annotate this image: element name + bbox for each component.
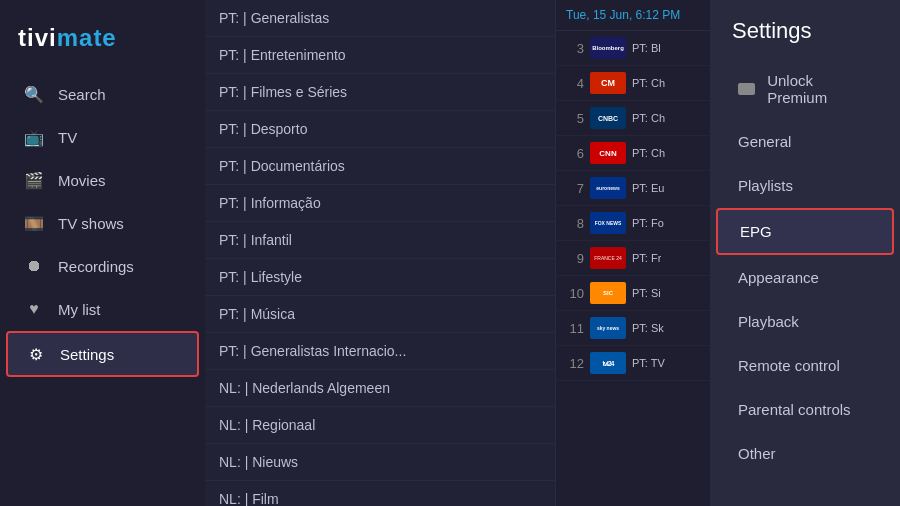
channel-name: PT: Ch: [632, 112, 665, 124]
settings-label-unlock-premium: Unlock Premium: [767, 72, 872, 106]
channel-row[interactable]: 5 CNBC PT: Ch: [556, 101, 710, 136]
channel-row[interactable]: 11 sky news PT: Sk: [556, 311, 710, 346]
sidebar-item-mylist[interactable]: ♥ My list: [6, 288, 199, 330]
settings-item-unlock-premium[interactable]: Unlock Premium: [716, 59, 894, 119]
group-item[interactable]: NL: | Film: [205, 481, 555, 506]
tv-icon: 📺: [24, 127, 44, 147]
sidebar-label-movies: Movies: [58, 172, 106, 189]
channel-name: PT: Fr: [632, 252, 661, 264]
channel-number: 10: [564, 286, 584, 301]
channel-number: 6: [564, 146, 584, 161]
channel-row[interactable]: 8 FOX NEWS PT: Fo: [556, 206, 710, 241]
logo-tivi: tivi: [18, 24, 57, 51]
channel-number: 8: [564, 216, 584, 231]
group-item[interactable]: PT: | Entretenimento: [205, 37, 555, 74]
group-item[interactable]: NL: | Nieuws: [205, 444, 555, 481]
settings-label-general: General: [738, 133, 791, 150]
movies-icon: 🎬: [24, 170, 44, 190]
sidebar-item-movies[interactable]: 🎬 Movies: [6, 159, 199, 201]
channel-logo: CM: [590, 72, 626, 94]
settings-item-parental-controls[interactable]: Parental controls: [716, 388, 894, 431]
group-item[interactable]: PT: | Generalistas Internacio...: [205, 333, 555, 370]
sidebar-item-settings[interactable]: ⚙ Settings: [6, 331, 199, 377]
sidebar-item-tv[interactable]: 📺 TV: [6, 116, 199, 158]
app-logo: tivimate: [0, 10, 205, 72]
channel-number: 7: [564, 181, 584, 196]
group-item[interactable]: PT: | Documentários: [205, 148, 555, 185]
logo-mate: mate: [57, 24, 117, 51]
settings-item-other[interactable]: Other: [716, 432, 894, 475]
channel-time-header: Tue, 15 Jun, 6:12 PM: [556, 0, 710, 31]
settings-label-parental-controls: Parental controls: [738, 401, 851, 418]
settings-label-other: Other: [738, 445, 776, 462]
group-item[interactable]: PT: | Desporto: [205, 111, 555, 148]
channel-name: PT: Sk: [632, 322, 664, 334]
search-icon: 🔍: [24, 84, 44, 104]
channel-logo: FRANCE 24: [590, 247, 626, 269]
channel-row[interactable]: 6 CNN PT: Ch: [556, 136, 710, 171]
channel-name: PT: Ch: [632, 147, 665, 159]
channel-name: PT: Bl: [632, 42, 661, 54]
channel-groups-list: PT: | GeneralistasPT: | EntretenimentoPT…: [205, 0, 555, 506]
settings-item-playlists[interactable]: Playlists: [716, 164, 894, 207]
channel-logo: CNBC: [590, 107, 626, 129]
channel-number: 3: [564, 41, 584, 56]
group-item[interactable]: PT: | Informação: [205, 185, 555, 222]
channel-number: 9: [564, 251, 584, 266]
group-item[interactable]: NL: | Nederlands Algemeen: [205, 370, 555, 407]
channel-logo: FOX NEWS: [590, 212, 626, 234]
channel-name: PT: Si: [632, 287, 661, 299]
channel-name: PT: Fo: [632, 217, 664, 229]
channel-logo: tvi24: [590, 352, 626, 374]
group-item[interactable]: PT: | Lifestyle: [205, 259, 555, 296]
group-item[interactable]: PT: | Música: [205, 296, 555, 333]
settings-item-remote-control[interactable]: Remote control: [716, 344, 894, 387]
channel-row[interactable]: 7 euronews PT: Eu: [556, 171, 710, 206]
channel-row[interactable]: 10 SIC PT: Si: [556, 276, 710, 311]
channel-number: 11: [564, 321, 584, 336]
settings-label-epg: EPG: [740, 223, 772, 240]
channel-row[interactable]: 3 Bloomberg PT: Bl: [556, 31, 710, 66]
sidebar-item-recordings[interactable]: ⏺ Recordings: [6, 245, 199, 287]
settings-item-appearance[interactable]: Appearance: [716, 256, 894, 299]
channel-number: 4: [564, 76, 584, 91]
sidebar-label-mylist: My list: [58, 301, 101, 318]
channel-number: 5: [564, 111, 584, 126]
sidebar-label-search: Search: [58, 86, 106, 103]
group-item[interactable]: PT: | Filmes e Séries: [205, 74, 555, 111]
channel-rows: 3 Bloomberg PT: Bl 4 CM PT: Ch 5 CNBC PT…: [556, 31, 710, 381]
settings-item-general[interactable]: General: [716, 120, 894, 163]
tvshows-icon: 🎞️: [24, 213, 44, 233]
channel-number: 12: [564, 356, 584, 371]
settings-item-playback[interactable]: Playback: [716, 300, 894, 343]
settings-icon: ⚙: [26, 344, 46, 364]
channel-row[interactable]: 9 FRANCE 24 PT: Fr: [556, 241, 710, 276]
settings-label-playlists: Playlists: [738, 177, 793, 194]
group-item[interactable]: PT: | Generalistas: [205, 0, 555, 37]
sidebar-item-search[interactable]: 🔍 Search: [6, 73, 199, 115]
settings-label-remote-control: Remote control: [738, 357, 840, 374]
channel-name: PT: Ch: [632, 77, 665, 89]
key-icon: [738, 83, 755, 95]
group-item[interactable]: PT: | Infantil: [205, 222, 555, 259]
channel-row[interactable]: 4 CM PT: Ch: [556, 66, 710, 101]
channel-name: PT: TV: [632, 357, 665, 369]
settings-item-epg[interactable]: EPG: [716, 208, 894, 255]
channel-logo: sky news: [590, 317, 626, 339]
mylist-icon: ♥: [24, 299, 44, 319]
group-item[interactable]: NL: | Regionaal: [205, 407, 555, 444]
sidebar-item-tvshows[interactable]: 🎞️ TV shows: [6, 202, 199, 244]
settings-title: Settings: [710, 0, 900, 58]
channel-logo: SIC: [590, 282, 626, 304]
channel-row[interactable]: 12 tvi24 PT: TV: [556, 346, 710, 381]
channels-main: Tue, 15 Jun, 6:12 PM 3 Bloomberg PT: Bl …: [555, 0, 710, 506]
recordings-icon: ⏺: [24, 256, 44, 276]
settings-label-appearance: Appearance: [738, 269, 819, 286]
settings-items-list: Unlock Premium GeneralPlaylistsEPGAppear…: [710, 59, 900, 475]
sidebar-label-settings: Settings: [60, 346, 114, 363]
sidebar-label-recordings: Recordings: [58, 258, 134, 275]
channel-logo: euronews: [590, 177, 626, 199]
sidebar: tivimate 🔍 Search 📺 TV 🎬 Movies 🎞️ TV sh…: [0, 0, 205, 506]
channel-name: PT: Eu: [632, 182, 664, 194]
settings-label-playback: Playback: [738, 313, 799, 330]
